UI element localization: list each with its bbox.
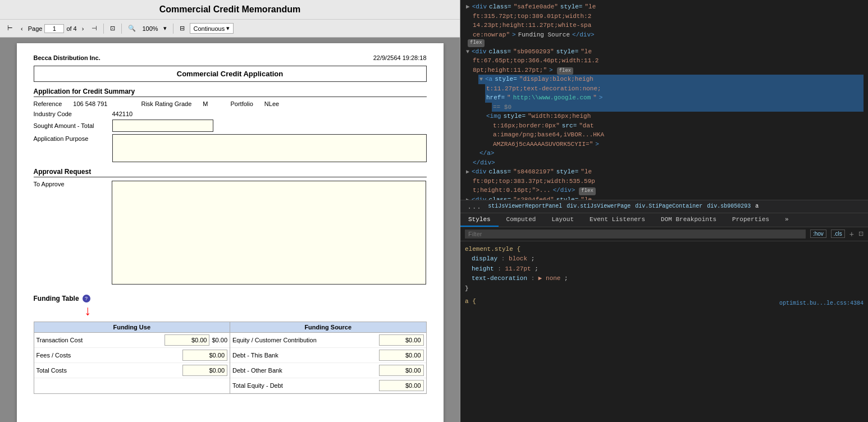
equity-row: Equity / Customer Contribution	[230, 333, 426, 348]
style-prop-textdecoration: text-decoration : ▶ none ;	[472, 274, 864, 284]
fees-input[interactable]	[182, 350, 227, 361]
pseudo-filter-button[interactable]: :hov	[810, 230, 826, 238]
total-costs-input[interactable]	[182, 365, 227, 376]
code-line-anchor[interactable]: ▼ <a style="display:block;heigh	[478, 75, 864, 84]
red-arrow-icon: ↑	[84, 305, 91, 320]
code-line-img2: t:16px;border:0px" src="dat	[492, 121, 864, 131]
code-line-1c: 14.23pt;height:11.27pt;white-spa	[472, 21, 864, 30]
next-page-button[interactable]: ›	[79, 24, 87, 34]
credit-summary-section: Application for Credit Summary	[34, 88, 427, 97]
application-title: Commercial Credit Application	[177, 70, 284, 78]
ref-label: Reference	[34, 100, 62, 107]
element-style-rule: element.style { display : block ; height…	[465, 245, 864, 294]
styles-filter-input[interactable]	[465, 230, 806, 238]
zoom-dropdown[interactable]: ▾	[161, 23, 170, 34]
transaction-row: Transaction Cost $0.00	[34, 333, 230, 348]
equity-input[interactable]	[379, 334, 424, 346]
add-style-button[interactable]: +	[849, 230, 854, 238]
fees-row: Fees / Costs	[34, 348, 230, 363]
code-line-1d: ce:nowrap"> Funding Source </div>	[472, 30, 864, 40]
styles-content: element.style { display : block ; height…	[460, 241, 868, 312]
funding-tables: Funding Use Transaction Cost $0.00 Fees …	[34, 322, 427, 394]
first-page-button[interactable]: ⊢	[4, 23, 16, 34]
breadcrumb-item-5[interactable]: a	[755, 203, 759, 209]
sought-input[interactable]	[112, 120, 213, 132]
style-prop-height: height : 11.27pt ;	[472, 264, 864, 274]
tab-more[interactable]: »	[777, 213, 797, 227]
search-button[interactable]: 🔍	[125, 23, 139, 34]
to-approve-label: To Approve	[34, 181, 109, 289]
approval-section: Approval Request	[34, 168, 427, 177]
breadcrumb-item-4[interactable]: div.sb9050293	[707, 203, 751, 209]
debt-other-input[interactable]	[379, 365, 424, 376]
tab-properties[interactable]: Properties	[724, 213, 777, 227]
separator1	[103, 24, 104, 34]
transaction-input[interactable]	[165, 334, 209, 346]
devtools-tabs: Styles Computed Layout Event Listeners D…	[460, 213, 868, 227]
tab-layout[interactable]: Layout	[543, 213, 582, 227]
sought-label: Sought Amount - Total	[34, 122, 112, 129]
code-line-flex: flex	[465, 39, 864, 47]
risk-value: M	[203, 100, 208, 107]
breadcrumb-item-3[interactable]: div.StiPageContainer	[635, 203, 702, 209]
total-costs-label: Total Costs	[36, 367, 181, 374]
styles-filter-bar: :hov .cls + ⊡	[460, 227, 868, 241]
continuous-dropdown-icon: ▾	[226, 25, 230, 32]
debt-bank-input[interactable]	[379, 350, 424, 361]
cls-filter-button[interactable]: .cls	[831, 230, 845, 238]
code-line-anchor3: href="http:\\www.google.com">	[485, 93, 864, 103]
industry-label: Industry Code	[34, 111, 112, 117]
code-line-1: ▶ <div class="safe1e0ade" style="le	[465, 2, 864, 12]
funding-label: Funding Table	[34, 295, 79, 302]
pdf-content-area[interactable]: Becca Distribution Inc. 22/9/2564 19:28:…	[0, 38, 460, 422]
purpose-input[interactable]	[112, 134, 427, 162]
application-title-box: Commercial Credit Application	[34, 66, 427, 82]
to-approve-input[interactable]	[112, 181, 426, 285]
code-line-sb3: 8pt;height:11.27pt;"> flex	[472, 66, 864, 75]
code-line-img4: AMZRA6j5cAAAAASUVORK5CYII=">	[492, 140, 864, 149]
code-line-s84: ▶ <div class="s84682197" style="le	[465, 167, 864, 177]
devtools-code-area: ▶ <div class="safe1e0ade" style="le ft:3…	[460, 0, 868, 200]
breadcrumb-item-2[interactable]: div.stiJsViewerPage	[567, 203, 631, 209]
ref-value: 106 548 791	[73, 100, 107, 107]
total-costs-row: Total Costs	[34, 363, 230, 378]
funding-use-header: Funding Use	[34, 322, 230, 333]
code-line-s84-3: t;height:0.16pt;">...</div> flex	[472, 186, 864, 195]
funding-title-row: Funding Table ?	[34, 295, 427, 302]
company-name: Becca Distribution Inc.	[34, 54, 100, 61]
source-file[interactable]: optimist.bu...le.css:4384	[779, 299, 864, 308]
total-equity-input[interactable]	[379, 380, 424, 391]
funding-source-table: Funding Source Equity / Customer Contrib…	[230, 322, 426, 393]
debt-bank-label: Debt - This Bank	[232, 352, 377, 359]
fees-label: Fees / Costs	[36, 352, 181, 359]
continuous-button[interactable]: Continuous ▾	[190, 23, 234, 34]
tab-dom-breakpoints[interactable]: DOM Breakpoints	[653, 213, 724, 227]
tab-styles[interactable]: Styles	[460, 213, 499, 227]
print-button[interactable]: ⊟	[177, 23, 188, 34]
pdf-viewer: Commercial Credit Memorandum ⊢ ‹ Page of…	[0, 0, 460, 422]
devtools-styles-area: :hov .cls + ⊡ element.style { display : …	[460, 227, 868, 423]
pdf-page: Becca Distribution Inc. 22/9/2564 19:28:…	[17, 43, 444, 422]
to-approve-row: To Approve	[34, 181, 427, 289]
breadcrumb-item-1[interactable]: stiJsViewerReportPanel	[488, 203, 562, 209]
tab-event-listeners[interactable]: Event Listeners	[582, 213, 653, 227]
toggle-style-button[interactable]: ⊡	[858, 230, 864, 237]
equity-label: Equity / Customer Contribution	[232, 337, 377, 343]
source-rule-header: a { optimist.bu...le.css:4384	[465, 297, 864, 308]
portfolio-value: NLee	[264, 100, 279, 107]
breadcrumb-dots[interactable]: ...	[465, 202, 483, 211]
industry-value: 442110	[112, 111, 133, 117]
risk-label: Risk Rating Grade	[141, 100, 191, 107]
code-line-s2: ▶ <div class="s2894fe6d" style="le	[465, 195, 864, 200]
tab-computed[interactable]: Computed	[499, 213, 544, 227]
funding-help-icon[interactable]: ?	[83, 295, 90, 302]
fit-button[interactable]: ⊡	[107, 23, 118, 34]
code-line-sb2: ft:67.65pt;top:366.46pt;width:11.2	[472, 56, 864, 66]
prev-page-button[interactable]: ‹	[18, 24, 26, 34]
last-page-button[interactable]: ⊣	[89, 23, 100, 34]
code-line-img3: a:image/png;base64,iVBOR...HKA	[492, 130, 864, 140]
page-input[interactable]	[44, 24, 64, 33]
arrow-indicator: ↑	[34, 305, 427, 320]
document-date: 22/9/2564 19:28:18	[373, 54, 427, 61]
transaction-value-display: $0.00	[212, 337, 227, 343]
